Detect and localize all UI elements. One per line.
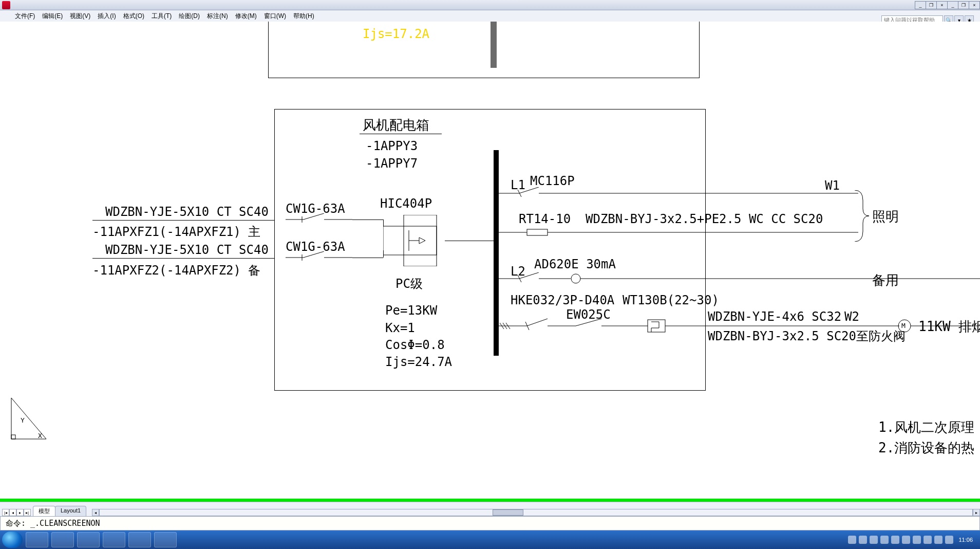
task-app-6[interactable] [154, 532, 177, 547]
menu-draw[interactable]: 绘图(D) [175, 12, 203, 21]
doc-close-button[interactable]: × [936, 1, 948, 9]
task-app-4[interactable] [103, 532, 125, 547]
cable-backup: WDZBN-YJE-5X10 CT SC40 [105, 243, 269, 257]
doc-restore-button[interactable]: ❐ [926, 1, 937, 9]
panel-cos: CosΦ=0.8 [385, 338, 445, 352]
doc-minimize-button[interactable]: _ [915, 1, 926, 9]
taskbar: 11:06 [0, 530, 980, 549]
tray-icon[interactable] [924, 536, 932, 544]
breaker-main-icon [286, 213, 352, 224]
menu-tools[interactable]: 工具(T) [148, 12, 175, 21]
l1-cable: WDZBN-BYJ-3x2.5+PE2.5 WC CC SC20 [586, 212, 823, 226]
panel-ijs: Ijs=24.7A [385, 355, 452, 369]
ats-label: HIC404P [380, 196, 432, 211]
svg-line-4 [304, 213, 324, 219]
hscroll-track[interactable] [99, 509, 973, 516]
tab-first-icon[interactable]: |◂ [2, 509, 9, 516]
menu-modify[interactable]: 修改(M) [232, 12, 260, 21]
hscroll-right-icon[interactable]: ▸ [973, 509, 980, 516]
command-line[interactable]: 命令: _.CLEANSCREENON [0, 516, 980, 530]
svg-line-24 [519, 272, 539, 279]
tray-icon[interactable] [880, 536, 889, 544]
panel-id1: -1APPY3 [366, 139, 418, 153]
hscrollbar[interactable]: ◂ ▸ [92, 509, 980, 516]
wire-to-ats-top [352, 219, 383, 220]
tray-icon[interactable] [934, 536, 943, 544]
ats-class: PC级 [395, 276, 423, 292]
menu-window[interactable]: 窗口(W) [260, 12, 290, 21]
tray-icon[interactable] [891, 536, 899, 544]
l1-bracket-icon [855, 190, 869, 242]
upper-ijs: Ijs=17.2A [363, 27, 429, 41]
upper-busbar [491, 22, 497, 68]
l3-thermal: WT130B(22~30) [623, 293, 719, 307]
wire-ats-out [445, 241, 494, 241]
l1-fuse: RT14-10 [519, 212, 571, 226]
start-orb-icon[interactable] [2, 532, 23, 548]
menu-dim[interactable]: 标注(N) [203, 12, 232, 21]
svg-line-17 [519, 187, 539, 193]
tray-icon[interactable] [870, 536, 878, 544]
app-icon [2, 1, 10, 9]
task-app-5[interactable] [128, 532, 151, 547]
upper-switch-icon [508, 22, 580, 27]
hscroll-thumb[interactable] [493, 509, 523, 516]
panel-title: 风机配电箱 [363, 116, 429, 134]
tray-icon[interactable] [945, 536, 953, 544]
busbar [494, 150, 499, 356]
command-prompt: 命令: [6, 519, 26, 528]
ats-icon [383, 215, 445, 266]
app-close-button[interactable]: × [969, 1, 980, 9]
note-2: 2.消防设备的热 [878, 439, 974, 457]
menu-view[interactable]: 视图(V) [66, 12, 94, 21]
task-app-3[interactable] [77, 532, 100, 547]
app-restore-button[interactable]: ❐ [958, 1, 969, 9]
panel-kx: Kx=1 [385, 321, 415, 335]
wire-to-ats-bot [352, 258, 383, 258]
cable-main: WDZBN-YJE-5X10 CT SC40 [105, 205, 269, 219]
breaker-backup-icon [286, 251, 352, 262]
menubar: 文件(F) 编辑(E) 视图(V) 插入(I) 格式(O) 工具(T) 绘图(D… [0, 10, 980, 22]
l3-cable2: WDZBN-BYJ-3x2.5 SC20至防火阀 [708, 328, 906, 344]
tray-icon[interactable] [902, 536, 910, 544]
l2-line [499, 272, 980, 285]
tab-last-icon[interactable]: ▸| [24, 509, 31, 516]
menu-format[interactable]: 格式(O) [120, 12, 148, 21]
tray-icon[interactable] [913, 536, 921, 544]
l1-wtag: W1 [825, 178, 840, 193]
incoming-main-line [92, 220, 274, 221]
svg-rect-21 [527, 229, 548, 235]
l1-dest: 照明 [872, 208, 899, 226]
model-layout-tabs: |◂ ◂ ▸ ▸| 模型 Layout1 ◂ ▸ [0, 502, 980, 516]
hscroll-left-icon[interactable]: ◂ [92, 509, 99, 516]
title-underline [360, 134, 442, 134]
source-main: -11APXFZ1(-14APXFZ1) 主 [92, 224, 260, 240]
l1-mcb: MC116P [530, 174, 575, 188]
menu-file[interactable]: 文件(F) [11, 12, 39, 21]
titlebar: _ ❐ × _ ❐ × [0, 0, 980, 10]
l2-dest: 备用 [872, 271, 899, 289]
menu-edit[interactable]: 编辑(E) [39, 12, 66, 21]
panel-pe: Pe=13KW [385, 303, 437, 318]
system-tray: 11:06 [845, 530, 980, 549]
svg-line-34 [527, 319, 548, 326]
tab-next-icon[interactable]: ▸ [16, 509, 24, 516]
tab-model[interactable]: 模型 [33, 506, 55, 516]
menu-insert[interactable]: 插入(I) [94, 12, 119, 21]
clock[interactable]: 11:06 [958, 537, 973, 543]
app-minimize-button[interactable]: _ [947, 1, 958, 9]
svg-text:Y: Y [21, 416, 25, 424]
tab-prev-icon[interactable]: ◂ [9, 509, 16, 516]
tab-layout1[interactable]: Layout1 [55, 506, 86, 516]
task-app-1[interactable] [26, 532, 48, 547]
tray-icon[interactable] [848, 536, 856, 544]
panel-id2: -1APPY7 [366, 156, 418, 171]
ucs-icon: YX [9, 395, 50, 441]
tray-icon[interactable] [859, 536, 867, 544]
note-1: 1.风机二次原理 [878, 418, 974, 436]
drawing-canvas[interactable]: CosΦ=0.8 Ijs=17.2A 风机配电箱 -1APPY3 -1APPY7… [0, 22, 980, 498]
menu-help[interactable]: 帮助(H) [290, 12, 318, 21]
svg-line-37 [576, 319, 601, 326]
task-app-2[interactable] [51, 532, 74, 547]
svg-rect-45 [11, 435, 15, 439]
